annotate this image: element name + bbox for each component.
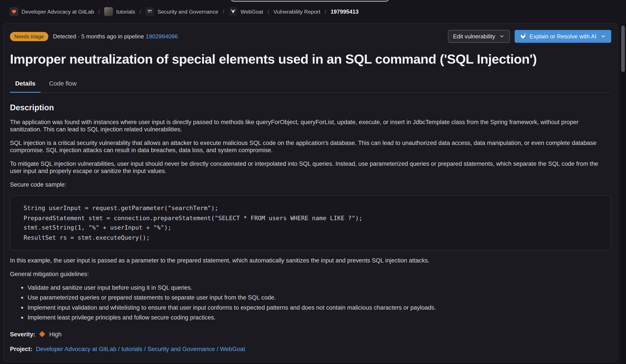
breadcrumb-label: tutorials: [117, 8, 135, 14]
chevron-down-icon: [499, 34, 505, 39]
breadcrumb-separator: /: [140, 8, 141, 14]
breadcrumb-label: Developer Advocacy at GitLab: [21, 8, 94, 14]
project-label: Project:: [10, 346, 33, 352]
breadcrumb-separator: /: [268, 8, 269, 14]
breadcrumb-item-vulnerability-id[interactable]: 197995413: [331, 8, 359, 15]
description-paragraph: SQL injection is a critical security vul…: [10, 139, 611, 154]
tab-details[interactable]: Details: [10, 76, 41, 92]
guidelines-label: General mitigation guidelines:: [10, 271, 611, 278]
scrollbar[interactable]: [620, 23, 626, 364]
project-link[interactable]: Developer Advocacy at GitLab / tutorials…: [36, 346, 245, 352]
description-paragraph: In this example, the user input is passe…: [10, 257, 611, 264]
breadcrumb-separator: /: [223, 8, 224, 14]
security-governance-avatar-icon: [146, 7, 154, 16]
detected-prefix: Detected · 5 months ago in pipeline: [53, 33, 144, 40]
description-paragraph: To mitigate SQL injection vulnerabilitie…: [10, 160, 611, 175]
edit-vulnerability-button[interactable]: Edit vulnerability: [448, 30, 510, 43]
description-heading: Description: [10, 103, 611, 112]
list-item: Validate and sanitize user input before …: [28, 284, 611, 291]
project-row: Project: Developer Advocacy at GitLab / …: [10, 346, 611, 352]
code-sample-label: Secure code sample:: [10, 181, 611, 188]
scrollbar-thumb[interactable]: [621, 26, 625, 72]
status-actions: Edit vulnerability Explain or Resolve wi…: [448, 30, 611, 43]
tab-bar: Details Code flow: [10, 76, 611, 93]
status-row: Needs triage Detected · 5 months ago in …: [10, 30, 611, 43]
pipeline-link[interactable]: 1902994096: [146, 33, 178, 40]
code-line: PreparedStatement stmt = connection.prep…: [23, 213, 603, 223]
breadcrumb-item-vulnerability-report[interactable]: Vulnerability Report: [274, 8, 320, 14]
tanuki-ai-icon: [520, 33, 526, 40]
tutorials-photo-avatar-icon: [104, 7, 113, 16]
chevron-down-icon: [600, 34, 606, 39]
code-line: stmt.setString(1, "%" + userInput + "%")…: [23, 223, 603, 233]
code-line: ResultSet rs = stmt.executeQuery();: [23, 233, 603, 243]
breadcrumb-separator: /: [325, 8, 326, 14]
vulnerability-detail-panel: Needs triage Detected · 5 months ago in …: [3, 23, 618, 362]
breadcrumb-item-security-governance[interactable]: Security and Governance: [146, 7, 218, 16]
list-item: Use parameterized queries or prepared st…: [28, 294, 611, 301]
description-paragraph: The application was found with instances…: [10, 119, 611, 133]
breadcrumb-label: Security and Governance: [157, 8, 218, 14]
breadcrumb-label: Vulnerability Report: [274, 8, 320, 14]
mitigation-guidelines-list: Validate and sanitize user input before …: [10, 284, 611, 321]
severity-label: Severity:: [10, 331, 35, 338]
screenshot-root: Developer Advocacy at GitLab / tutorials…: [0, 0, 626, 364]
list-item: Implement least privilege principles and…: [28, 314, 611, 321]
webgoat-avatar-icon: [229, 7, 237, 16]
severity-high-icon: [39, 331, 45, 337]
list-item: Implement input validation and whitelist…: [28, 304, 611, 311]
breadcrumb-label: WebGoat: [240, 8, 263, 14]
code-line: String userInput = request.getParameter(…: [23, 203, 603, 213]
breadcrumb-item-webgoat[interactable]: WebGoat: [229, 7, 263, 16]
breadcrumb-separator: /: [98, 8, 100, 14]
status-badge: Needs triage: [10, 32, 48, 41]
severity-value: High: [49, 331, 62, 338]
severity-row: Severity: High: [10, 331, 611, 338]
breadcrumb-bar: Developer Advocacy at GitLab / tutorials…: [0, 0, 626, 23]
group-heart-avatar-icon: [10, 7, 18, 16]
breadcrumb-label: 197995413: [331, 8, 359, 15]
tab-code-flow[interactable]: Code flow: [44, 76, 82, 92]
breadcrumb: Developer Advocacy at GitLab / tutorials…: [10, 7, 359, 16]
explain-resolve-ai-button[interactable]: Explain or Resolve with AI: [515, 30, 611, 43]
secure-code-sample: String userInput = request.getParameter(…: [10, 195, 611, 250]
breadcrumb-item-group[interactable]: Developer Advocacy at GitLab: [10, 7, 94, 16]
explain-resolve-ai-label: Explain or Resolve with AI: [530, 33, 596, 40]
breadcrumb-item-tutorials[interactable]: tutorials: [104, 7, 135, 16]
detected-text: Detected · 5 months ago in pipeline 1902…: [53, 33, 178, 40]
page-title: Improper neutralization of special eleme…: [10, 51, 611, 67]
edit-vulnerability-label: Edit vulnerability: [453, 33, 495, 40]
